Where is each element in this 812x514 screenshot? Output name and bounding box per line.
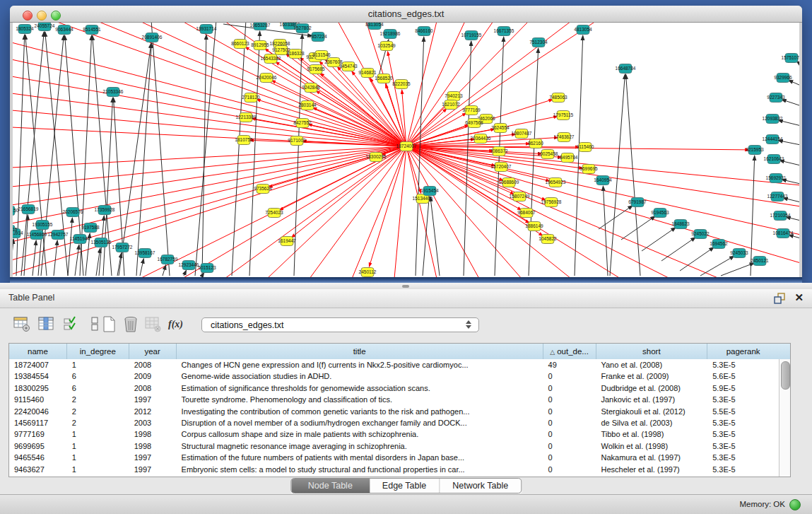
table-cell[interactable]: 1997 <box>129 452 177 463</box>
table-cell[interactable]: Disruption of a novel member of a sodium… <box>177 417 543 428</box>
table-row[interactable]: 977716911998Corpus callosum shape and si… <box>9 428 779 440</box>
table-cell[interactable]: 0 <box>543 464 596 475</box>
table-cell[interactable]: 0 <box>543 452 596 463</box>
delete-column-icon[interactable] <box>144 315 163 334</box>
float-panel-icon[interactable] <box>774 293 785 304</box>
table-cell[interactable]: Franke et al. (2009) <box>596 370 707 382</box>
table-cell[interactable]: Wolkin et al. (1998) <box>596 440 707 452</box>
table-cell[interactable]: 5.5E-5 <box>707 406 779 417</box>
table-cell[interactable]: 5.3E-5 <box>707 359 779 370</box>
table-cell[interactable]: 9115460 <box>9 394 67 405</box>
network-svg[interactable]: 1872400718300295866012389129551822605891… <box>13 23 799 277</box>
table-cell[interactable]: Tourette syndrome. Phenomenology and cla… <box>177 394 543 405</box>
table-cell[interactable]: 5.3E-5 <box>707 440 779 452</box>
table-cell[interactable]: 5.9E-5 <box>707 382 779 394</box>
column-header-pagerank[interactable]: pagerank <box>707 344 779 359</box>
table-cell[interactable]: 1 <box>67 440 129 452</box>
table-cell[interactable]: Stergiakouli et al. (2012) <box>596 406 707 417</box>
table-cell[interactable]: Dudbridge et al. (2008) <box>596 382 707 394</box>
function-builder-icon[interactable]: f(x) <box>168 315 187 334</box>
table-cell[interactable]: Estimation of the future numbers of pati… <box>177 452 543 463</box>
network-canvas[interactable]: 1872400718300295866012389129551822605891… <box>13 23 799 277</box>
import-checklist-icon[interactable] <box>62 315 81 334</box>
table-selector-dropdown[interactable]: citations_edges.txt <box>201 317 479 332</box>
table-cell[interactable]: 0 <box>543 394 596 405</box>
table-cell[interactable]: 19384554 <box>9 370 67 382</box>
close-panel-icon[interactable]: ✕ <box>794 291 804 304</box>
table-cell[interactable]: 2008 <box>129 382 177 394</box>
table-cell[interactable]: 2 <box>67 394 129 405</box>
table-cell[interactable]: 5.3E-5 <box>707 452 779 463</box>
table-row[interactable]: 946554611997Estimation of the future num… <box>9 452 779 463</box>
table-cell[interactable]: Corpus callosum shape and size in male p… <box>177 428 543 440</box>
scrollbar-thumb[interactable] <box>781 361 790 390</box>
table-cell[interactable]: 2 <box>67 417 129 428</box>
table-cell[interactable]: 0 <box>543 417 596 428</box>
table-cell[interactable]: 5.3E-5 <box>707 428 779 440</box>
table-cell[interactable]: 2003 <box>129 417 177 428</box>
column-header-short[interactable]: short <box>596 344 708 359</box>
table-cell[interactable]: 0 <box>543 440 596 452</box>
window-titlebar[interactable]: citations_edges.txt <box>10 6 802 23</box>
table-cell[interactable]: 1 <box>67 428 129 440</box>
table-cell[interactable]: Genome-wide association studies in ADHD. <box>177 370 543 382</box>
table-cell[interactable]: Investigating the contribution of common… <box>177 406 543 417</box>
table-cell[interactable]: 22420046 <box>9 406 67 417</box>
table-cell[interactable]: 2012 <box>129 406 177 417</box>
table-cell[interactable]: Yano et al. (2008) <box>596 359 707 370</box>
table-cell[interactable]: Tibbo et al. (1998) <box>596 428 707 440</box>
table-cell[interactable]: 1998 <box>129 428 177 440</box>
column-header-out-degree[interactable]: △out_de... <box>543 344 596 359</box>
table-row[interactable]: 969969511998Structural magnetic resonanc… <box>9 440 779 452</box>
tab-network-table[interactable]: Network Table <box>440 479 521 493</box>
table-cell[interactable]: 0 <box>543 382 596 394</box>
table-cell[interactable]: 18724007 <box>9 359 67 370</box>
table-cell[interactable]: 1 <box>67 464 129 475</box>
table-cell[interactable]: 9777169 <box>9 428 67 440</box>
select-columns-icon[interactable] <box>37 315 56 334</box>
table-settings-icon[interactable] <box>13 315 31 334</box>
table-cell[interactable]: 0 <box>543 370 596 382</box>
table-cell[interactable]: 0 <box>543 428 596 440</box>
table-cell[interactable]: 5.6E-5 <box>707 370 779 382</box>
table-row[interactable]: 2242004622012Investigating the contribut… <box>9 406 779 417</box>
table-cell[interactable]: 49 <box>543 359 596 370</box>
table-cell[interactable]: Changes of HCN gene expression and I(f) … <box>177 359 543 370</box>
table-cell[interactable]: 0 <box>543 406 596 417</box>
table-cell[interactable]: 6 <box>67 382 129 394</box>
table-cell[interactable]: de Silva et al. (2003) <box>596 417 707 428</box>
table-cell[interactable]: 1 <box>67 359 129 370</box>
column-header-year[interactable]: year <box>129 344 177 359</box>
column-header-name[interactable]: name <box>9 344 67 359</box>
table-cell[interactable]: 2009 <box>129 370 177 382</box>
table-cell[interactable]: 5.3E-5 <box>707 417 779 428</box>
tab-edge-table[interactable]: Edge Table <box>370 479 440 493</box>
table-row[interactable]: 1830029562008Estimation of significance … <box>9 382 779 394</box>
table-cell[interactable]: 5.3E-5 <box>707 464 779 475</box>
table-cell[interactable]: Structural magnetic resonance image aver… <box>177 440 543 452</box>
table-cell[interactable]: 14569117 <box>9 417 67 428</box>
table-cell[interactable]: Embryonic stem cells: a model to study s… <box>177 464 543 475</box>
table-cell[interactable]: 2008 <box>129 359 177 370</box>
delete-table-icon[interactable] <box>122 315 141 334</box>
table-cell[interactable]: 6 <box>67 370 129 382</box>
new-table-icon[interactable] <box>100 315 119 334</box>
table-cell[interactable]: Jankovic et al. (1997) <box>596 394 707 405</box>
table-cell[interactable]: 2 <box>67 406 129 417</box>
tab-node-table[interactable]: Node Table <box>291 479 370 493</box>
table-row[interactable]: 1938455462009Genome-wide association stu… <box>9 370 779 382</box>
panel-divider[interactable] <box>0 283 812 289</box>
table-vertical-scrollbar[interactable] <box>779 359 790 477</box>
table-row[interactable]: 946362711997Embryonic stem cells: a mode… <box>9 464 779 475</box>
table-row[interactable]: 1872400712008Changes of HCN gene express… <box>9 359 779 370</box>
table-row[interactable]: 911546021997Tourette syndrome. Phenomeno… <box>9 394 779 405</box>
column-header-title[interactable]: title <box>177 344 543 359</box>
column-header-in-degree[interactable]: in_degree <box>67 344 129 359</box>
table-cell[interactable]: 5.3E-5 <box>707 394 779 405</box>
table-cell[interactable]: 1 <box>67 452 129 463</box>
table-cell[interactable]: 1997 <box>129 394 177 405</box>
table-cell[interactable]: 9463627 <box>9 464 67 475</box>
table-cell[interactable]: 9465546 <box>9 452 67 463</box>
table-cell[interactable]: Nakamura et al. (1997) <box>596 452 707 463</box>
table-cell[interactable]: 1998 <box>129 440 177 452</box>
